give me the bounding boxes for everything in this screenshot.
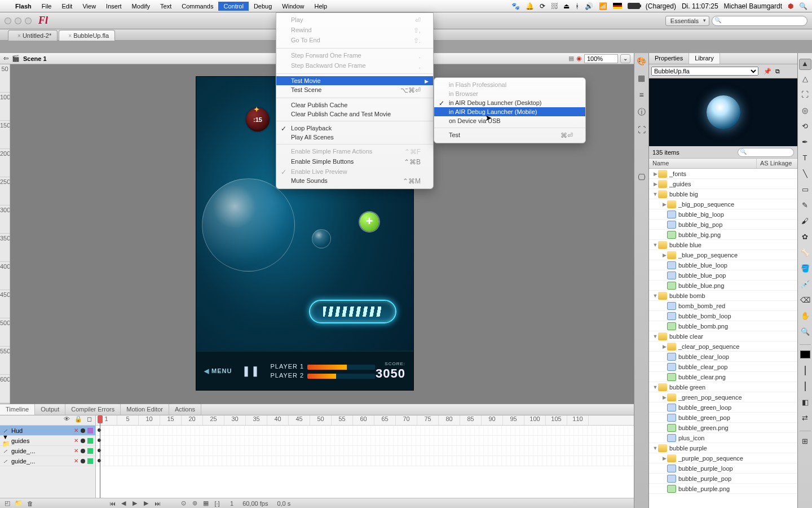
library-item[interactable]: bubble_bomb_loop	[649, 311, 797, 321]
library-col-name[interactable]: Name	[649, 159, 757, 168]
menu-item[interactable]: Clear Publish Cache and Test Movie	[276, 110, 433, 119]
library-item[interactable]: ▼bubble green	[649, 382, 797, 392]
power-bar[interactable]	[309, 300, 396, 323]
help-search[interactable]	[712, 16, 807, 26]
code-snippets-icon[interactable]: 🖵	[638, 173, 646, 182]
submenu-item[interactable]: on Device via USB	[434, 116, 585, 125]
eraser-tool[interactable]: ⌫	[799, 296, 811, 307]
bottom-tab[interactable]: Motion Editor	[121, 404, 169, 415]
align-panel-icon[interactable]: ≡	[639, 90, 643, 99]
menu-file[interactable]: File	[37, 2, 57, 11]
library-item[interactable]: ▶_fonts	[649, 169, 797, 179]
end-button[interactable]: ⏭	[153, 500, 161, 507]
line-tool[interactable]: ╲	[799, 169, 811, 181]
noline-icon[interactable]	[799, 366, 811, 378]
bell-icon[interactable]: 🔔	[526, 2, 534, 10]
app-menu[interactable]: Flash	[10, 0, 37, 12]
menu-help[interactable]: Help	[309, 2, 332, 11]
fill-color-swatch[interactable]	[799, 382, 811, 393]
eject-icon[interactable]: ⏏	[563, 2, 570, 10]
library-item[interactable]: bubble_green.png	[649, 423, 797, 433]
timeline-layer-row[interactable]: ⟋guide_...✕	[0, 446, 95, 456]
submenu-item[interactable]: in AIR Debug Launcher (Mobile)	[434, 107, 585, 116]
plus-sprite[interactable]: +	[360, 212, 379, 231]
timeline-layer-row[interactable]: ▼📁guides✕	[0, 436, 95, 446]
hud-pause-button[interactable]: ❚❚	[242, 365, 260, 377]
bubble-small[interactable]	[312, 229, 331, 248]
user-name[interactable]: Michael Baumgardt	[724, 2, 782, 10]
playhead[interactable]	[100, 415, 100, 498]
snap-icon[interactable]: ⊞	[799, 437, 811, 448]
new-folder-button[interactable]: 📁	[15, 500, 23, 507]
hand-tool[interactable]: ✋	[799, 312, 811, 323]
menu-view[interactable]: View	[77, 2, 101, 11]
library-item[interactable]: bubble_blue.png	[649, 281, 797, 291]
library-item[interactable]: bubble_purple.png	[649, 484, 797, 494]
visibility-icon[interactable]: 👁	[64, 415, 70, 425]
bottom-tab[interactable]: Output	[35, 404, 65, 415]
volume-icon[interactable]: 🔊	[585, 2, 593, 10]
subselection-tool[interactable]: △	[799, 75, 811, 86]
sync-icon[interactable]: ⟳	[540, 2, 545, 10]
library-item[interactable]: ▼bubble bomb	[649, 291, 797, 301]
free-transform-tool[interactable]: ⛶	[799, 90, 811, 102]
library-item[interactable]: ▶_purple_pop_sequence	[649, 453, 797, 463]
tab-close-icon[interactable]: ×	[17, 33, 21, 39]
submenu-item[interactable]: Test⌘⏎	[434, 130, 585, 141]
default-colors-icon[interactable]: ◧	[799, 398, 811, 409]
document-tab[interactable]: × Untitled-2*	[8, 30, 58, 41]
menu-debug[interactable]: Debug	[249, 2, 277, 11]
menu-control[interactable]: Control	[218, 2, 248, 11]
bottom-tab[interactable]: Timeline	[0, 404, 35, 415]
menu-insert[interactable]: Insert	[101, 2, 127, 11]
edit-scene-icon[interactable]: ▦	[568, 55, 574, 62]
library-item[interactable]: bubble_green_pop	[649, 413, 797, 423]
scene-name[interactable]: Scene 1	[23, 55, 47, 62]
transform-panel-icon[interactable]: ⛶	[638, 125, 646, 134]
menu-item[interactable]: Enable Simple Buttons⌃⌘B	[276, 157, 433, 167]
swap-colors-icon[interactable]: ⇄	[799, 414, 811, 425]
workspace-switcher[interactable]: Essentials	[665, 16, 709, 26]
info-panel-icon[interactable]: ⓘ	[638, 107, 646, 117]
edit-symbol-icon[interactable]: ◉	[576, 55, 582, 62]
stroke-color-swatch[interactable]	[799, 351, 811, 362]
library-item[interactable]: bubble_big_pop	[649, 220, 797, 230]
library-item[interactable]: bubble_purple_loop	[649, 463, 797, 474]
timeline-frames[interactable]: 1510152025303540455055606570758085909510…	[96, 415, 634, 498]
dropbox-icon[interactable]: ⛆	[551, 2, 558, 10]
new-library-panel-icon[interactable]: ⧉	[775, 68, 780, 75]
library-item[interactable]: bubble_green_loop	[649, 402, 797, 413]
wifi-icon[interactable]: 📶	[599, 2, 607, 10]
clock[interactable]: Di. 11:07:25	[682, 2, 718, 10]
menu-text[interactable]: Text	[155, 2, 176, 11]
library-item[interactable]: bubble_clear_loop	[649, 352, 797, 362]
library-item[interactable]: bubble_blue_loop	[649, 260, 797, 270]
outline-icon[interactable]: ◻	[87, 415, 92, 425]
library-item[interactable]: ▼bubble purple	[649, 443, 797, 453]
library-item[interactable]: ▶_green_pop_sequence	[649, 392, 797, 402]
3d-rotation-tool[interactable]: ◎	[799, 106, 811, 117]
power-icon[interactable]	[628, 2, 640, 10]
delete-layer-button[interactable]: 🗑	[26, 500, 34, 507]
bomb-sprite[interactable]: :15	[246, 108, 270, 132]
bottom-tab[interactable]: Compiler Errors	[65, 404, 121, 415]
library-item[interactable]: bubble_clear_pop	[649, 362, 797, 372]
library-item[interactable]: bubble_purple_pop	[649, 474, 797, 484]
library-item[interactable]: ▼bubble blue	[649, 240, 797, 250]
menu-item[interactable]: Test Movie	[276, 76, 433, 85]
step-fwd-button[interactable]: ▶	[142, 500, 150, 507]
zoom-field[interactable]	[584, 54, 618, 63]
library-search[interactable]	[738, 148, 794, 157]
timeline-layer-row[interactable]: ⟋Hud✕	[0, 426, 95, 436]
library-item[interactable]: bubble_blue_pop	[649, 270, 797, 281]
menu-commands[interactable]: Commands	[176, 2, 218, 11]
panel-tab[interactable]: Properties	[649, 53, 689, 64]
deco-tool[interactable]: ✿	[799, 233, 811, 244]
rectangle-tool[interactable]: ▭	[799, 185, 811, 196]
bone-tool[interactable]: 🦴	[799, 248, 811, 260]
library-item[interactable]: bubble_bomb.png	[649, 321, 797, 331]
library-item[interactable]: bubble_clear.png	[649, 372, 797, 382]
library-item[interactable]: ▼bubble big	[649, 189, 797, 199]
tab-close-icon[interactable]: ×	[68, 33, 72, 39]
input-source-flag[interactable]	[613, 3, 622, 9]
